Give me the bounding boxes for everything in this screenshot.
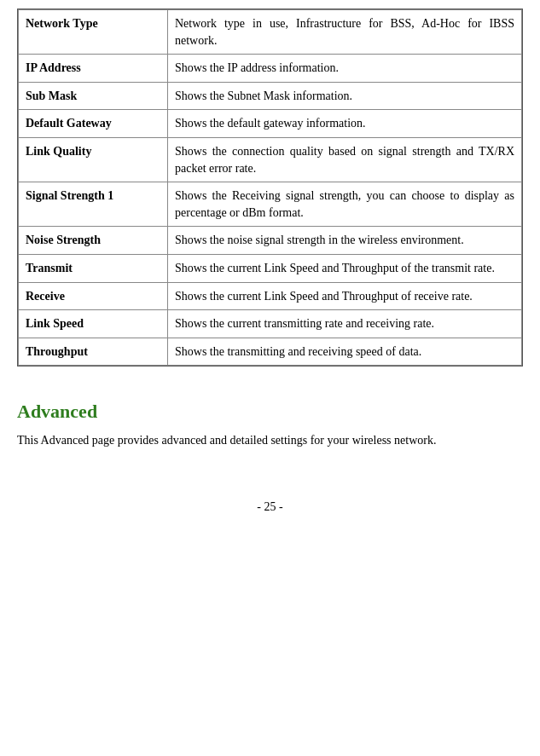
advanced-title: Advanced bbox=[17, 401, 523, 423]
row-description: Shows the default gateway information. bbox=[168, 110, 522, 138]
table-row: TransmitShows the current Link Speed and… bbox=[19, 254, 522, 282]
row-label: Network Type bbox=[19, 10, 168, 55]
row-description: Shows the current transmitting rate and … bbox=[168, 310, 522, 338]
row-label: IP Address bbox=[19, 55, 168, 83]
section-gap bbox=[17, 366, 523, 401]
table-row: Link QualityShows the connection quality… bbox=[19, 137, 522, 182]
table-row: IP AddressShows the IP address informati… bbox=[19, 55, 522, 83]
row-label: Throughput bbox=[19, 338, 168, 366]
table-row: Sub MaskShows the Subnet Mask informatio… bbox=[19, 82, 522, 110]
row-label: Noise Strength bbox=[19, 227, 168, 255]
row-label: Signal Strength 1 bbox=[19, 182, 168, 227]
row-description: Shows the connection quality based on si… bbox=[168, 137, 522, 182]
table-row: Link SpeedShows the current transmitting… bbox=[19, 310, 522, 338]
row-label: Link Quality bbox=[19, 137, 168, 182]
row-label: Link Speed bbox=[19, 310, 168, 338]
row-description: Shows the current Link Speed and Through… bbox=[168, 254, 522, 282]
row-label: Default Gateway bbox=[19, 110, 168, 138]
row-description: Shows the Subnet Mask information. bbox=[168, 82, 522, 110]
row-label: Transmit bbox=[19, 254, 168, 282]
advanced-section: Advanced This Advanced page provides adv… bbox=[17, 401, 523, 449]
row-description: Shows the IP address information. bbox=[168, 55, 522, 83]
page-number: - 25 - bbox=[17, 500, 523, 514]
table-row: Noise StrengthShows the noise signal str… bbox=[19, 227, 522, 255]
table-row: Network TypeNetwork type in use, Infrast… bbox=[19, 10, 522, 55]
table-row: Signal Strength 1Shows the Receiving sig… bbox=[19, 182, 522, 227]
row-label: Sub Mask bbox=[19, 82, 168, 110]
table-row: ThroughputShows the transmitting and rec… bbox=[19, 338, 522, 366]
advanced-description: This Advanced page provides advanced and… bbox=[17, 431, 523, 449]
row-description: Network type in use, Infrastructure for … bbox=[168, 10, 522, 55]
row-description: Shows the current Link Speed and Through… bbox=[168, 282, 522, 310]
table-row: ReceiveShows the current Link Speed and … bbox=[19, 282, 522, 310]
row-description: Shows the Receiving signal strength, you… bbox=[168, 182, 522, 227]
table-row: Default GatewayShows the default gateway… bbox=[19, 110, 522, 138]
info-table: Network TypeNetwork type in use, Infrast… bbox=[17, 9, 523, 366]
row-label: Receive bbox=[19, 282, 168, 310]
row-description: Shows the transmitting and receiving spe… bbox=[168, 338, 522, 366]
row-description: Shows the noise signal strength in the w… bbox=[168, 227, 522, 255]
